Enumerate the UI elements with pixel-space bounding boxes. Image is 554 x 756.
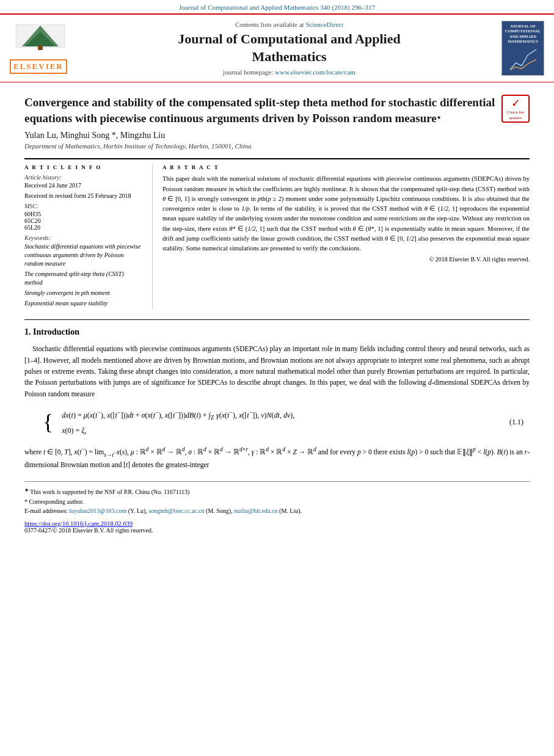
paper-title: Convergence and stability of the compens… (24, 95, 495, 126)
equation-1-1: { dx(t) = μ(x(t−), x([t−]))dt + σ(x(t−),… (24, 407, 530, 437)
email-link-1[interactable]: luyulan2013@163.com (69, 507, 126, 514)
article-info-abstract-section: A R T I C L E I N F O Article history: R… (24, 158, 530, 310)
abstract-column: A B S T R A C T This paper deals with th… (153, 164, 530, 310)
elsevier-logo-area: ELSEVIER (10, 23, 77, 74)
doi-link[interactable]: https://doi.org/10.1016/j.cam.2018.02.03… (24, 520, 133, 527)
journal-cover-image: JOURNAL OF COMPUTATIONAL AND APPLIED MAT… (501, 21, 544, 76)
article-info-column: A R T I C L E I N F O Article history: R… (24, 164, 153, 310)
main-content: Convergence and stability of the compens… (0, 82, 554, 546)
elsevier-wordmark: ELSEVIER (10, 59, 67, 74)
svg-rect-3 (38, 45, 43, 50)
email-footnote: E-mail addresses: luyulan2013@163.com (Y… (24, 506, 530, 515)
intro-paragraph-1: Stochastic differential equations with p… (24, 343, 530, 399)
doi-line: https://doi.org/10.1016/j.cam.2018.02.03… (24, 520, 530, 527)
journal-reference: Journal of Computational and Applied Mat… (0, 0, 554, 13)
journal-full-title: Journal of Computational and Applied Mat… (84, 31, 494, 65)
star-footnote: ★ This work is supported by the NSF of P… (24, 487, 530, 496)
elsevier-tree-icon (10, 23, 71, 57)
contents-available: Contents lists available at ScienceDirec… (84, 21, 494, 28)
journal-title-area: Contents lists available at ScienceDirec… (84, 21, 494, 75)
paper-title-row: Convergence and stability of the compens… (24, 95, 530, 126)
issn-line: 0377-0427/© 2018 Elsevier B.V. All right… (24, 527, 530, 534)
journal-homepage-link[interactable]: www.elsevier.com/locate/cam (275, 68, 355, 76)
abstract-title: A B S T R A C T (162, 164, 530, 170)
check-for-updates-badge: ✓ Check for updates (501, 95, 530, 123)
received-date-2: Received in revised form 25 February 201… (24, 192, 142, 199)
article-info-title: A R T I C L E I N F O (24, 164, 142, 170)
corresponding-footnote: * Corresponding author. (24, 497, 530, 506)
section-divider (24, 319, 530, 320)
equation-number-1-1: (1.1) (509, 418, 530, 427)
equation-content: dx(t) = μ(x(t−), x([t−]))dt + σ(x(t−), x… (62, 407, 294, 437)
abstract-text: This paper deals with the numerical solu… (162, 174, 530, 253)
journal-ref-text: Journal of Computational and Applied Mat… (179, 4, 375, 11)
equation-brace: { (43, 411, 53, 433)
email-link-2[interactable]: songmh@lsec.cc.ac.cn (148, 507, 204, 514)
cover-chart-icon (506, 46, 540, 73)
history-label: Article history: (24, 174, 142, 181)
section-1: 1. Introduction Stochastic differential … (24, 327, 530, 470)
footnotes: ★ This work is supported by the NSF of P… (24, 481, 530, 515)
authors-line: Yulan Lu, Minghui Song *, Mingzhu Liu (24, 131, 530, 140)
received-date-1: Received 24 June 2017 (24, 182, 142, 189)
msc-label: MSC: (24, 203, 142, 209)
keywords-label: Keywords: (24, 234, 142, 241)
email-link-3[interactable]: mzliu@hit.edu.cn (234, 507, 277, 514)
affiliation-line: Department of Mathematics, Harbin Instit… (24, 142, 530, 150)
keywords-list: Stochastic differential equations with p… (24, 242, 142, 308)
msc-values: 60H3565C2065L20 (24, 211, 142, 231)
journal-homepage-line: journal homepage: www.elsevier.com/locat… (84, 68, 494, 76)
section-1-title: 1. Introduction (24, 327, 530, 337)
journal-header: ELSEVIER Contents lists available at Sci… (0, 13, 554, 82)
after-equation-text: where t ∈ [0, T], x(t−) = lims→t−x(s), μ… (24, 445, 530, 470)
copyright-notice: © 2018 Elsevier B.V. All rights reserved… (162, 256, 530, 263)
